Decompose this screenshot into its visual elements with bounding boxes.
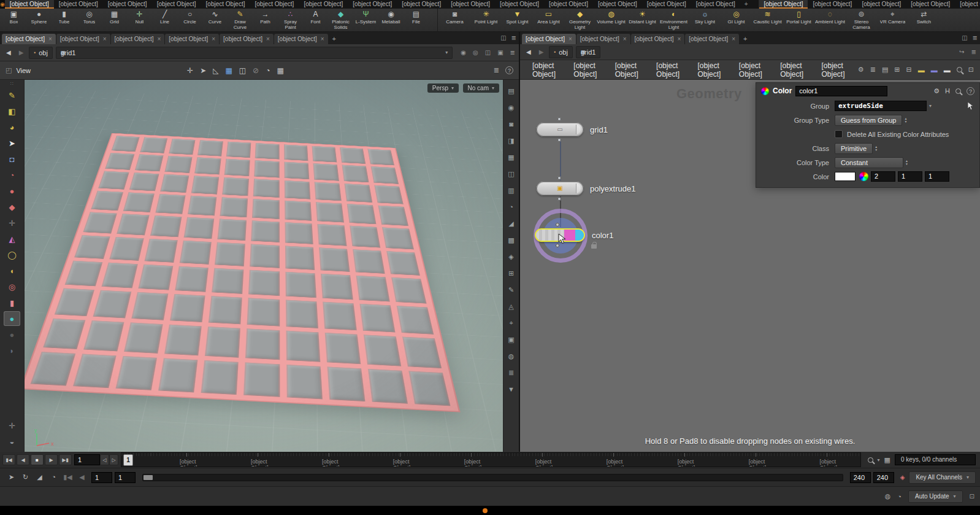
- droplet-tool[interactable]: ◗: [4, 343, 20, 358]
- cache-icon[interactable]: ⊡: [970, 493, 974, 500]
- shelf-set-tab[interactable]: [object Object]: [759, 0, 808, 9]
- wireframe-icon[interactable]: ▦: [505, 149, 518, 165]
- color-g-field[interactable]: 1: [898, 171, 922, 182]
- group-field[interactable]: extrudeSide: [835, 101, 927, 111]
- rewind-icon[interactable]: ▮◀: [61, 473, 75, 481]
- playhead[interactable]: 1: [123, 454, 133, 466]
- expand-icon[interactable]: ▼: [505, 381, 518, 397]
- jump-end-button[interactable]: ▶▮: [59, 454, 72, 465]
- sphere-tool[interactable]: ●: [4, 311, 20, 326]
- peek-tool[interactable]: ◒: [4, 434, 20, 449]
- shelf-tool[interactable]: ╱ Line: [152, 9, 177, 31]
- tab-close-icon[interactable]: ×: [623, 34, 627, 44]
- shelf-tool[interactable]: ▯ Portal Light: [783, 9, 814, 31]
- scrub-tool-icon[interactable]: ➤: [4, 473, 18, 481]
- pane-tab[interactable]: [object Object] ×: [220, 34, 274, 44]
- shelf-tool[interactable]: ☼ Sky Light: [689, 9, 721, 31]
- shelf-tool[interactable]: ◐ Environment Light: [658, 9, 689, 31]
- shelf-tool[interactable]: ⌖ VR Camera: [877, 9, 908, 31]
- shelf-tool[interactable]: ▼ Spot Light: [502, 9, 533, 31]
- color-type-dropdown[interactable]: Constant: [835, 157, 903, 168]
- sphere-handle-tool[interactable]: ●: [4, 184, 20, 198]
- shelf-tool[interactable]: ⇄ Switch: [908, 9, 940, 31]
- target-icon[interactable]: ⌖: [505, 315, 518, 331]
- help-icon[interactable]: ?: [505, 66, 513, 74]
- shelf-set-tab[interactable]: [object Object]: [544, 0, 593, 9]
- node-chip[interactable]: ▦ grid1: [576, 46, 600, 58]
- shelf-tool[interactable]: ≋ Caustic Light: [752, 9, 783, 31]
- forward-icon[interactable]: ▶: [537, 48, 546, 55]
- grid-view-icon[interactable]: ⊞: [894, 66, 900, 74]
- timeline-zoom-dropdown-icon[interactable]: ▾: [878, 457, 880, 463]
- tab-close-icon[interactable]: ×: [48, 34, 52, 44]
- circle-tool[interactable]: ◯: [4, 247, 20, 262]
- new-tab-icon[interactable]: +: [328, 33, 340, 44]
- shelf-tool[interactable]: ✎ Draw Curve: [228, 9, 253, 31]
- tab-close-icon[interactable]: ×: [266, 34, 270, 44]
- message-log-icon[interactable]: ◍: [885, 492, 891, 500]
- mirror-icon[interactable]: ◈: [505, 249, 518, 265]
- node-path-field[interactable]: ▦ grid1 ▾: [56, 47, 453, 59]
- pane-menu-icon[interactable]: ≣: [509, 32, 519, 44]
- pattern-icon[interactable]: ▩: [505, 232, 518, 248]
- menu-icon[interactable]: ≣: [510, 49, 515, 56]
- hscript-icon[interactable]: H: [945, 87, 950, 95]
- shelf-tool[interactable]: ◙ Camera: [439, 9, 470, 31]
- search-icon[interactable]: [955, 88, 961, 94]
- display-options-icon[interactable]: ≣: [494, 66, 499, 74]
- secure-selection-icon[interactable]: ✛: [187, 66, 193, 75]
- shelf-tool[interactable]: ✛ Null: [127, 9, 152, 31]
- loop-mode-icon[interactable]: ↻: [18, 473, 33, 481]
- shelf-tool[interactable]: ▣ Box: [1, 9, 26, 31]
- global-start-field[interactable]: 1: [91, 472, 112, 483]
- pane-tab[interactable]: [object Object] ×: [685, 34, 739, 44]
- back-icon[interactable]: ◀: [4, 49, 13, 56]
- playback-start-field[interactable]: 1: [115, 472, 136, 483]
- shelf-set-tab[interactable]: [object Object]: [691, 0, 740, 9]
- key-all-channels-button[interactable]: Key All Channels ▾: [909, 471, 976, 484]
- color-r-field[interactable]: 2: [871, 171, 895, 182]
- shelf-set-tab[interactable]: [object Object]: [906, 0, 955, 9]
- shelf-set-tab[interactable]: [object Object]: [103, 0, 152, 9]
- delete-attrs-checkbox[interactable]: [835, 130, 843, 138]
- secure-selection-lock[interactable]: ◘: [4, 152, 20, 166]
- palette-icon[interactable]: ▬: [931, 66, 938, 74]
- menu-item[interactable]: [object Object]: [733, 60, 774, 80]
- tab-close-icon[interactable]: ×: [568, 34, 572, 44]
- shelf-tool[interactable]: ◉ Metaball: [378, 9, 404, 31]
- spray-tool[interactable]: ◭: [4, 231, 20, 246]
- wrench-tool[interactable]: ◖: [4, 263, 20, 278]
- record-icon[interactable]: ◎: [473, 49, 478, 56]
- class-dropdown[interactable]: Primitive: [835, 143, 873, 154]
- pane-tab[interactable]: [object Object] ×: [631, 34, 685, 44]
- translate-tool[interactable]: ✛: [4, 215, 20, 230]
- pane-tab[interactable]: [object Object] ×: [522, 34, 576, 44]
- maximize-icon[interactable]: ▣: [497, 49, 503, 56]
- snap-icon[interactable]: ⊞: [505, 265, 518, 281]
- context-chip[interactable]: ▪ obj: [29, 47, 53, 59]
- next-frame-button[interactable]: ▷: [109, 454, 118, 465]
- pane-tab[interactable]: [object Object] ×: [111, 34, 165, 44]
- add-shelf-icon[interactable]: +: [740, 0, 752, 9]
- shelf-tool[interactable]: ◆ Platonic Solids: [328, 9, 353, 31]
- shelf-tool[interactable]: ▭ Area Light: [533, 9, 564, 31]
- shelf-tool[interactable]: ● Sphere: [26, 9, 52, 31]
- group-type-dropdown[interactable]: Guess from Group: [835, 115, 902, 126]
- tab-close-icon[interactable]: ×: [732, 34, 735, 44]
- new-tab-icon[interactable]: +: [739, 33, 751, 44]
- slope-icon[interactable]: ◢: [505, 215, 518, 231]
- realtime-toggle-icon[interactable]: ◔: [47, 473, 61, 481]
- snapshot-icon[interactable]: ◙: [505, 116, 518, 132]
- current-frame-field[interactable]: 1: [74, 454, 100, 465]
- shelf-set-tab[interactable]: [object Object]: [808, 0, 857, 9]
- shelf-tool[interactable]: ◎ Torus: [77, 9, 102, 31]
- pane-tab[interactable]: [object Object] ×: [2, 34, 56, 44]
- spinner-icon[interactable]: ▲▼: [875, 145, 878, 152]
- menu-item[interactable]: [object Object]: [526, 60, 567, 80]
- display-options-icon[interactable]: ▤: [505, 83, 518, 99]
- auto-update-dropdown[interactable]: Auto Update ▾: [908, 490, 963, 503]
- handle-icon[interactable]: ▣: [505, 331, 518, 347]
- stop-button[interactable]: ■: [31, 454, 44, 465]
- rotate-handle-tool[interactable]: ◔: [4, 168, 20, 182]
- stopwatch-icon[interactable]: ◔: [266, 66, 270, 75]
